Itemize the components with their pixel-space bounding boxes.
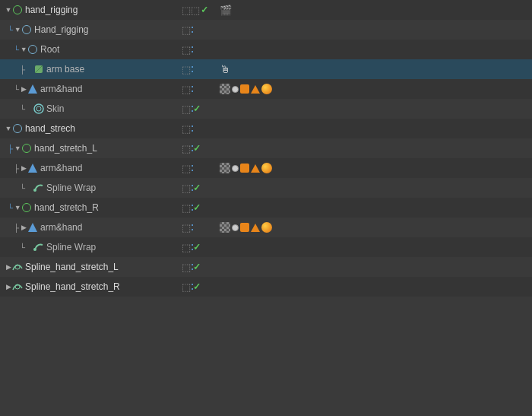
svg-point-4 <box>36 106 41 111</box>
item-label: hand_stretch_R <box>34 202 182 213</box>
tree-row[interactable]: ▼ hand_rigging ⬚ ⬚ ✓ 🎬 <box>0 0 532 20</box>
expand-arrow[interactable]: ▼ <box>5 125 12 132</box>
square-orange-tag <box>240 223 249 232</box>
scene-tree: ▼ hand_rigging ⬚ ⬚ ✓ 🎬 └ ▼ Hand_rigging <box>0 0 532 416</box>
child-indicator: └ <box>20 243 25 252</box>
anim-check: ✓ <box>193 183 201 193</box>
render-dots: ∶ <box>191 240 192 255</box>
tag-icons <box>220 163 529 173</box>
render-dots: ∶ <box>191 82 192 97</box>
bone-icon <box>33 64 44 75</box>
vis-icons: ⬚ ∶ ✓ <box>182 260 220 275</box>
triangle-orange-tag <box>251 85 260 94</box>
render-dot: ⬚ <box>191 5 200 16</box>
anim-check: ✓ <box>193 143 201 154</box>
render-dots: ∶ <box>191 43 192 57</box>
empty-area <box>0 297 532 416</box>
vis-dots: ⬚ <box>182 163 190 174</box>
tree-row[interactable]: ▼ hand_strech ⬚ ∶ <box>0 119 532 138</box>
item-label: Spline Wrap <box>46 183 182 193</box>
vis-dots: ⬚ <box>182 242 190 253</box>
tree-row[interactable]: ├ ▶ arm&hand ⬚ ∶ <box>0 158 532 178</box>
tree-row[interactable]: └ ▼ hand_stretch_R ⬚ ∶ ✓ <box>0 198 532 218</box>
vis-dots: ⬚ <box>182 281 190 293</box>
render-dots: ∶ <box>191 102 192 116</box>
expand-arrow[interactable]: ▼ <box>14 26 21 33</box>
tree-row[interactable]: ▶ Spline_hand_stretch_R ⬚ ∶ ✓ <box>0 277 532 297</box>
tree-row[interactable]: └ Skin ⬚ ∶ ✓ <box>0 99 532 119</box>
expand-arrow[interactable]: ▶ <box>20 224 27 231</box>
child-indicator: └ <box>20 105 25 113</box>
null-blue-icon <box>12 123 23 134</box>
skin-icon <box>33 103 44 114</box>
checker-tag <box>220 222 230 233</box>
expand-arrow[interactable]: ▼ <box>5 6 12 14</box>
render-dots: ∶ <box>191 161 192 176</box>
child-indicator: └ <box>8 204 13 212</box>
anim-check: ✓ <box>193 202 201 213</box>
no-arrow <box>26 184 33 192</box>
svg-marker-7 <box>28 223 37 232</box>
expand-arrow[interactable]: ▶ <box>5 263 12 271</box>
item-label: arm base <box>46 64 182 75</box>
joint-icon <box>27 163 38 173</box>
tree-row[interactable]: └ Spline Wrap ⬚ ∶ ✓ <box>0 178 532 198</box>
child-indicator: └ <box>8 26 13 34</box>
no-arrow <box>26 243 33 251</box>
render-dots: ∶ <box>191 260 192 275</box>
vis-icons: ⬚ ∶ ✓ <box>182 280 220 294</box>
expand-arrow[interactable]: ▶ <box>20 164 27 172</box>
null-blue-icon <box>21 24 32 35</box>
vis-icons: ⬚ ∶ ✓ <box>182 181 220 195</box>
tag-icons: 🖱 <box>220 63 529 75</box>
svg-point-6 <box>33 189 36 192</box>
tree-row[interactable]: └ ▼ Hand_rigging ⬚ ∶ <box>0 20 532 40</box>
no-arrow <box>26 105 33 113</box>
vis-dots: ⬚ <box>182 262 190 273</box>
expand-arrow[interactable]: ▼ <box>20 46 27 53</box>
anim-check: ✓ <box>193 242 201 252</box>
vis-dots: ⬚ <box>182 143 190 154</box>
expand-arrow[interactable]: ▼ <box>14 144 21 152</box>
vis-icons: ⬚ ∶ <box>182 161 220 176</box>
vis-dots: ⬚ <box>182 183 190 194</box>
item-label: Spline Wrap <box>46 242 182 252</box>
vis-dots: ⬚ <box>182 202 190 214</box>
expand-arrow[interactable]: ▶ <box>20 85 27 93</box>
sphere-orange-tag <box>261 163 272 173</box>
tag-icons <box>220 84 529 94</box>
vis-dots: ⬚ <box>182 64 190 75</box>
tree-row[interactable]: └ Spline Wrap ⬚ ∶ ✓ <box>0 237 532 257</box>
child-indicator: └ <box>14 46 19 54</box>
tree-row[interactable]: ├ ▼ hand_stretch_L ⬚ ∶ ✓ <box>0 138 532 158</box>
vis-dots: ⬚ <box>182 24 190 36</box>
tree-row[interactable]: └ ▶ arm&hand ⬚ ∶ <box>0 79 532 99</box>
child-indicator: └ <box>20 184 25 192</box>
child-indicator: ├ <box>14 224 19 232</box>
dot-gray-tag <box>232 224 239 231</box>
vis-icons: ⬚ ∶ <box>182 221 220 235</box>
anim-check: ✓ <box>193 103 201 114</box>
tree-row[interactable]: ├ ▶ arm&hand ⬚ ∶ <box>0 218 532 237</box>
triangle-orange-tag <box>251 224 260 232</box>
item-label: Root <box>40 44 182 55</box>
tree-row[interactable]: ▶ Spline_hand_stretch_L ⬚ ∶ ✓ <box>0 257 532 277</box>
item-label: Skin <box>46 103 182 114</box>
anim-check: ✓ <box>201 5 208 15</box>
tree-row[interactable]: └ ▼ Root ⬚ ∶ <box>0 40 532 59</box>
item-label: hand_rigging <box>25 5 182 15</box>
item-label: Hand_rigging <box>34 24 182 35</box>
svg-point-8 <box>33 248 36 251</box>
null-green-icon <box>12 5 23 15</box>
vis-dots: ⬚ <box>182 222 190 233</box>
tree-row[interactable]: ├ arm base ⬚ ∶ 🖱 <box>0 59 532 79</box>
film-icon: 🎬 <box>220 5 232 16</box>
tag-icons <box>220 222 529 233</box>
item-label: Spline_hand_stretch_R <box>25 281 182 292</box>
item-label: arm&hand <box>40 222 182 233</box>
expand-arrow[interactable]: ▼ <box>14 204 21 211</box>
vis-dots: ⬚ <box>182 84 190 95</box>
render-dots: ∶ <box>191 62 192 77</box>
expand-arrow[interactable]: ▶ <box>5 283 12 291</box>
child-indicator: ├ <box>8 144 13 153</box>
